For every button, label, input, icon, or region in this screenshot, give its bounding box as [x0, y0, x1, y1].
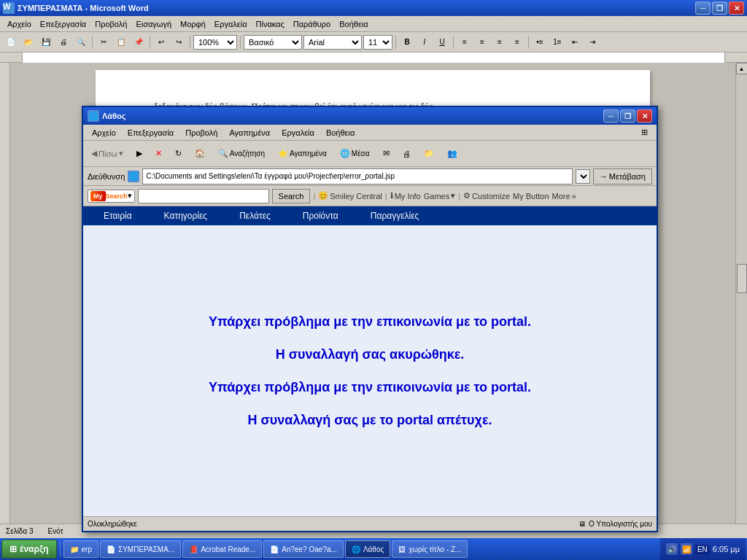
scroll-up-button[interactable]: ▲ — [736, 63, 748, 74]
browser-status-right-text: Ο Υπολογιστής μου — [589, 520, 652, 528]
address-text: C:\Documents and Settings\eleni\Τα έγγρα… — [146, 172, 395, 180]
forward-button[interactable]: ▶ — [131, 144, 147, 164]
taskbar-item-word[interactable]: 📄 ΣΥΜΠΕΡΑΣΜΑ... — [100, 540, 181, 558]
toolbar-sep-2 — [150, 36, 150, 49]
zoom-dropdown[interactable]: 100% — [193, 35, 237, 50]
print-nav-button[interactable]: 🖨 — [398, 144, 416, 164]
number-list-button[interactable]: 1≡ — [549, 34, 565, 50]
browser-menu-view[interactable]: Προβολή — [179, 127, 223, 139]
folder-nav-button[interactable]: 📁 — [419, 144, 439, 164]
refresh-button[interactable]: ↻ — [170, 144, 187, 164]
scrollbar-track[interactable] — [736, 74, 748, 548]
align-right-button[interactable]: ≡ — [492, 34, 508, 50]
print-button[interactable]: 🖨 — [55, 34, 71, 50]
browser-menu-favorites[interactable]: Αγαπημένα — [223, 127, 276, 139]
home-button[interactable]: 🏠 — [190, 144, 210, 164]
navlink-customers[interactable]: Πελάτες — [225, 208, 285, 224]
print-nav-icon: 🖨 — [403, 149, 411, 158]
browser-menu-edit[interactable]: Επεξεργασία — [122, 127, 179, 139]
indent-decrease-button[interactable]: ⇤ — [567, 34, 583, 50]
back-button[interactable]: ◀ Πίσω ▾ — [86, 144, 128, 164]
mysearch-text: Search — [106, 192, 128, 200]
align-left-button[interactable]: ≡ — [457, 34, 473, 50]
word-menu-tools[interactable]: Εργαλεία — [210, 18, 252, 30]
mysearch-mybutton[interactable]: My Button — [513, 192, 549, 201]
taskbar-erp-icon: 📁 — [70, 545, 79, 553]
word-close-button[interactable]: ✕ — [729, 1, 744, 15]
open-button[interactable]: 📂 — [20, 34, 36, 50]
taskbar-item-an[interactable]: 📄 An?ee? Oae?a... — [263, 540, 344, 558]
browser-menu-help[interactable]: Βοήθεια — [320, 127, 360, 139]
cut-button[interactable]: ✂ — [96, 34, 112, 50]
word-minimize-button[interactable]: ─ — [695, 1, 711, 15]
mysearch-dropdown-icon[interactable]: ▾ — [128, 191, 132, 201]
word-menu-help[interactable]: Βοήθεια — [335, 18, 372, 30]
browser-menubar: Αρχείο Επεξεργασία Προβολή Αγαπημένα Εργ… — [83, 125, 657, 141]
align-justify-button[interactable]: ≡ — [509, 34, 525, 50]
fontsize-dropdown[interactable]: 11 — [363, 35, 392, 50]
users-button[interactable]: 👥 — [442, 144, 462, 164]
toolbar-sep-1 — [92, 36, 93, 49]
copy-button[interactable]: 📋 — [113, 34, 129, 50]
ruler-inner — [22, 52, 725, 63]
navlink-products[interactable]: Προϊόντα — [288, 208, 353, 224]
browser-close-button[interactable]: ✕ — [637, 109, 652, 122]
navlink-categories[interactable]: Κατηγορίες — [150, 208, 222, 224]
mysearch-search-button[interactable]: Search — [272, 189, 311, 203]
word-menubar: Αρχείο Επεξεργασία Προβολή Εισαγωγή Μορφ… — [0, 16, 747, 32]
mysearch-customize[interactable]: ⚙ Customize — [463, 191, 510, 201]
word-menu-format[interactable]: Μορφή — [176, 18, 210, 30]
address-dropdown[interactable] — [576, 169, 590, 184]
save-button[interactable]: 💾 — [38, 34, 54, 50]
refresh-icon: ↻ — [175, 149, 182, 158]
go-button[interactable]: → Μετάβαση — [593, 168, 652, 184]
taskbar-item-browser[interactable]: 🌐 Λάθος — [345, 540, 390, 558]
word-restore-button[interactable]: ❐ — [712, 1, 727, 15]
word-menu-edit[interactable]: Επεξεργασία — [36, 18, 90, 30]
mysearch-more[interactable]: More » — [552, 192, 576, 201]
word-menu-window[interactable]: Παράθυρο — [289, 18, 335, 30]
navlink-company[interactable]: Εταιρία — [89, 208, 147, 224]
browser-status-text: Ολοκληρώθηκε — [88, 520, 578, 528]
print-preview-button[interactable]: 🔍 — [73, 34, 89, 50]
media-button[interactable]: 🌐 Μέσα — [335, 144, 375, 164]
address-input[interactable]: C:\Documents and Settings\eleni\Τα έγγρα… — [142, 168, 573, 184]
favorites-button[interactable]: ⭐ Αγαπημένα — [273, 144, 332, 164]
word-menu-view[interactable]: Προβολή — [90, 18, 131, 30]
taskbar-item-acrobat[interactable]: 📕 Acrobat Reade... — [182, 540, 262, 558]
stop-button[interactable]: ✕ — [150, 144, 167, 164]
paste-button[interactable]: 📌 — [131, 34, 147, 50]
mysearch-games[interactable]: Games ▾ — [424, 191, 455, 201]
browser-menu-file[interactable]: Αρχείο — [86, 127, 122, 139]
font-dropdown[interactable]: Arial — [303, 35, 362, 50]
align-center-button[interactable]: ≡ — [474, 34, 490, 50]
bold-button[interactable]: B — [399, 34, 415, 50]
undo-button[interactable]: ↩ — [153, 34, 169, 50]
search-browser-button[interactable]: 🔍 Αναζήτηση — [213, 144, 270, 164]
start-button[interactable]: ⊞ έναρξη — [1, 540, 57, 559]
mysearch-sep-2: | — [385, 192, 387, 201]
underline-button[interactable]: U — [434, 34, 450, 50]
word-menu-table[interactable]: Πίνακας — [252, 18, 289, 30]
scrollbar-thumb[interactable] — [737, 264, 747, 293]
navlink-orders[interactable]: Παραγγελίες — [356, 208, 434, 224]
customize-icon: ⚙ — [463, 191, 471, 201]
browser-restore-button[interactable]: ❐ — [620, 109, 635, 122]
back-arrow-icon: ◀ — [91, 149, 97, 158]
mail-button[interactable]: ✉ — [378, 144, 395, 164]
indent-increase-button[interactable]: ⇥ — [584, 34, 600, 50]
new-doc-button[interactable]: 📄 — [3, 34, 19, 50]
mysearch-input[interactable] — [138, 189, 269, 203]
taskbar-item-erp[interactable]: 📁 erp — [63, 540, 98, 558]
bullet-list-button[interactable]: •≡ — [532, 34, 548, 50]
browser-menu-tools[interactable]: Εργαλεία — [276, 127, 320, 139]
style-dropdown[interactable]: Βασικό — [244, 35, 302, 50]
browser-minimize-button[interactable]: ─ — [603, 109, 619, 122]
mysearch-myinfo[interactable]: ℹ My Info — [390, 191, 421, 201]
word-menu-insert[interactable]: Εισαγωγή — [131, 18, 176, 30]
italic-button[interactable]: I — [417, 34, 433, 50]
word-menu-file[interactable]: Αρχείο — [3, 18, 36, 30]
redo-button[interactable]: ↪ — [171, 34, 187, 50]
mysearch-smiley[interactable]: 😊 Smiley Central — [318, 191, 382, 201]
taskbar-item-notitle[interactable]: 🖼 χωρίς τίτλο - Ζ... — [392, 540, 468, 558]
